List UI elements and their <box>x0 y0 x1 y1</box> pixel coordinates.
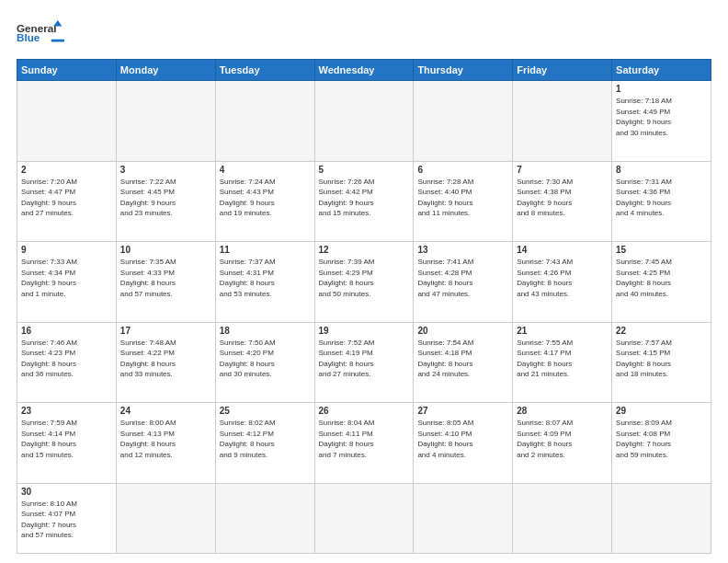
day-number: 30 <box>21 487 112 497</box>
calendar-cell: 17Sunrise: 7:48 AMSunset: 4:22 PMDayligh… <box>116 322 215 403</box>
day-number: 24 <box>120 406 211 416</box>
day-number: 17 <box>120 326 211 336</box>
header: General Blue <box>17 17 711 52</box>
calendar-table: SundayMondayTuesdayWednesdayThursdayFrid… <box>17 59 711 554</box>
weekday-header-monday: Monday <box>116 60 215 81</box>
calendar-cell: 24Sunrise: 8:00 AMSunset: 4:13 PMDayligh… <box>116 403 215 484</box>
svg-rect-3 <box>51 40 64 42</box>
week-row-2: 2Sunrise: 7:20 AMSunset: 4:47 PMDaylight… <box>17 161 711 242</box>
week-row-4: 16Sunrise: 7:46 AMSunset: 4:23 PMDayligh… <box>17 322 711 403</box>
day-info: Sunrise: 7:41 AMSunset: 4:28 PMDaylight:… <box>417 257 508 299</box>
logo-svg: General Blue <box>17 17 64 52</box>
weekday-header-thursday: Thursday <box>414 60 513 81</box>
day-info: Sunrise: 7:28 AMSunset: 4:40 PMDaylight:… <box>417 177 508 219</box>
calendar-cell <box>116 483 215 553</box>
day-info: Sunrise: 7:31 AMSunset: 4:36 PMDaylight:… <box>616 177 707 219</box>
logo: General Blue <box>17 17 64 52</box>
day-info: Sunrise: 7:48 AMSunset: 4:22 PMDaylight:… <box>120 338 211 380</box>
day-number: 28 <box>517 406 608 416</box>
calendar-cell: 11Sunrise: 7:37 AMSunset: 4:31 PMDayligh… <box>215 242 314 323</box>
day-number: 16 <box>21 326 112 336</box>
day-number: 13 <box>417 245 508 255</box>
day-info: Sunrise: 8:00 AMSunset: 4:13 PMDaylight:… <box>120 418 211 460</box>
day-info: Sunrise: 7:52 AMSunset: 4:19 PMDaylight:… <box>319 338 410 380</box>
calendar-cell: 23Sunrise: 7:59 AMSunset: 4:14 PMDayligh… <box>17 403 117 484</box>
day-info: Sunrise: 7:43 AMSunset: 4:26 PMDaylight:… <box>517 257 608 299</box>
calendar-cell <box>314 483 414 553</box>
calendar-cell: 27Sunrise: 8:05 AMSunset: 4:10 PMDayligh… <box>414 403 513 484</box>
weekday-header-wednesday: Wednesday <box>314 60 414 81</box>
week-row-3: 9Sunrise: 7:33 AMSunset: 4:34 PMDaylight… <box>17 242 711 323</box>
calendar-cell: 16Sunrise: 7:46 AMSunset: 4:23 PMDayligh… <box>17 322 117 403</box>
weekday-header-row: SundayMondayTuesdayWednesdayThursdayFrid… <box>17 60 711 81</box>
calendar-cell <box>314 81 414 162</box>
day-number: 12 <box>319 245 410 255</box>
calendar-cell <box>414 81 513 162</box>
day-number: 29 <box>616 406 707 416</box>
weekday-header-tuesday: Tuesday <box>215 60 314 81</box>
calendar-cell <box>612 483 711 553</box>
calendar-cell: 14Sunrise: 7:43 AMSunset: 4:26 PMDayligh… <box>513 242 612 323</box>
calendar-cell: 29Sunrise: 8:09 AMSunset: 4:08 PMDayligh… <box>612 403 711 484</box>
day-info: Sunrise: 7:55 AMSunset: 4:17 PMDaylight:… <box>517 338 608 380</box>
day-info: Sunrise: 8:09 AMSunset: 4:08 PMDaylight:… <box>616 418 707 460</box>
calendar-cell: 30Sunrise: 8:10 AMSunset: 4:07 PMDayligh… <box>17 483 117 553</box>
day-number: 2 <box>21 165 112 175</box>
day-info: Sunrise: 7:50 AMSunset: 4:20 PMDaylight:… <box>220 338 311 380</box>
calendar-cell <box>513 81 612 162</box>
day-number: 23 <box>21 406 112 416</box>
calendar-cell: 28Sunrise: 8:07 AMSunset: 4:09 PMDayligh… <box>513 403 612 484</box>
day-number: 8 <box>616 165 707 175</box>
calendar-cell: 1Sunrise: 7:18 AMSunset: 4:49 PMDaylight… <box>612 81 711 162</box>
day-number: 10 <box>120 245 211 255</box>
day-number: 27 <box>417 406 508 416</box>
day-number: 14 <box>517 245 608 255</box>
day-number: 11 <box>220 245 311 255</box>
weekday-header-friday: Friday <box>513 60 612 81</box>
calendar-cell: 8Sunrise: 7:31 AMSunset: 4:36 PMDaylight… <box>612 161 711 242</box>
day-number: 7 <box>517 165 608 175</box>
calendar-cell: 20Sunrise: 7:54 AMSunset: 4:18 PMDayligh… <box>414 322 513 403</box>
day-info: Sunrise: 7:37 AMSunset: 4:31 PMDaylight:… <box>220 257 311 299</box>
day-info: Sunrise: 7:30 AMSunset: 4:38 PMDaylight:… <box>517 177 608 219</box>
calendar-cell: 3Sunrise: 7:22 AMSunset: 4:45 PMDaylight… <box>116 161 215 242</box>
day-info: Sunrise: 7:24 AMSunset: 4:43 PMDaylight:… <box>220 177 311 219</box>
weekday-header-sunday: Sunday <box>17 60 117 81</box>
svg-text:Blue: Blue <box>17 31 40 43</box>
weekday-header-saturday: Saturday <box>612 60 711 81</box>
day-number: 18 <box>220 326 311 336</box>
calendar-cell <box>513 483 612 553</box>
day-number: 1 <box>616 84 707 94</box>
page: General Blue SundayMondayTuesdayWednesda… <box>0 0 728 563</box>
day-info: Sunrise: 7:35 AMSunset: 4:33 PMDaylight:… <box>120 257 211 299</box>
day-info: Sunrise: 8:05 AMSunset: 4:10 PMDaylight:… <box>417 418 508 460</box>
calendar-cell: 19Sunrise: 7:52 AMSunset: 4:19 PMDayligh… <box>314 322 414 403</box>
day-info: Sunrise: 7:46 AMSunset: 4:23 PMDaylight:… <box>21 338 112 380</box>
day-info: Sunrise: 7:18 AMSunset: 4:49 PMDaylight:… <box>616 96 707 138</box>
calendar-cell: 7Sunrise: 7:30 AMSunset: 4:38 PMDaylight… <box>513 161 612 242</box>
calendar-cell <box>215 81 314 162</box>
day-number: 6 <box>417 165 508 175</box>
day-number: 9 <box>21 245 112 255</box>
calendar-cell: 4Sunrise: 7:24 AMSunset: 4:43 PMDaylight… <box>215 161 314 242</box>
calendar-cell: 2Sunrise: 7:20 AMSunset: 4:47 PMDaylight… <box>17 161 117 242</box>
calendar-cell: 9Sunrise: 7:33 AMSunset: 4:34 PMDaylight… <box>17 242 117 323</box>
day-info: Sunrise: 7:57 AMSunset: 4:15 PMDaylight:… <box>616 338 707 380</box>
calendar-cell <box>116 81 215 162</box>
calendar-cell <box>17 81 117 162</box>
day-info: Sunrise: 8:04 AMSunset: 4:11 PMDaylight:… <box>319 418 410 460</box>
calendar-cell: 21Sunrise: 7:55 AMSunset: 4:17 PMDayligh… <box>513 322 612 403</box>
day-info: Sunrise: 7:45 AMSunset: 4:25 PMDaylight:… <box>616 257 707 299</box>
calendar-cell: 15Sunrise: 7:45 AMSunset: 4:25 PMDayligh… <box>612 242 711 323</box>
calendar-cell: 12Sunrise: 7:39 AMSunset: 4:29 PMDayligh… <box>314 242 414 323</box>
day-number: 22 <box>616 326 707 336</box>
calendar-cell: 22Sunrise: 7:57 AMSunset: 4:15 PMDayligh… <box>612 322 711 403</box>
day-number: 25 <box>220 406 311 416</box>
calendar-cell: 26Sunrise: 8:04 AMSunset: 4:11 PMDayligh… <box>314 403 414 484</box>
week-row-1: 1Sunrise: 7:18 AMSunset: 4:49 PMDaylight… <box>17 81 711 162</box>
day-number: 20 <box>417 326 508 336</box>
day-number: 19 <box>319 326 410 336</box>
calendar-cell: 25Sunrise: 8:02 AMSunset: 4:12 PMDayligh… <box>215 403 314 484</box>
calendar-cell: 6Sunrise: 7:28 AMSunset: 4:40 PMDaylight… <box>414 161 513 242</box>
calendar-cell: 18Sunrise: 7:50 AMSunset: 4:20 PMDayligh… <box>215 322 314 403</box>
